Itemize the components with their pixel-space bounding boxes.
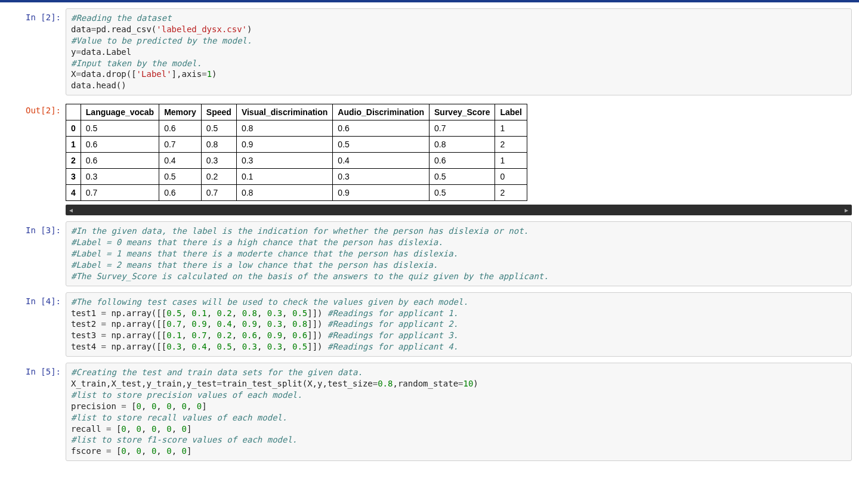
code-text-5: #Creating the test and train data sets f… [71, 367, 846, 457]
cell: 0.3 [81, 169, 159, 185]
cell: 0.3 [333, 169, 430, 185]
cell: 0.5 [81, 120, 159, 137]
cell: 0.7 [159, 137, 202, 153]
cell: 0.5 [430, 185, 495, 201]
row-index: 0 [66, 120, 81, 137]
col-header: Visual_discrimination [236, 104, 332, 120]
cell: 0.9 [333, 185, 430, 201]
cell: 0.8 [201, 137, 236, 153]
dataframe-table: Language_vocab Memory Speed Visual_discr… [66, 104, 527, 201]
cell: 0.8 [430, 137, 495, 153]
row-index: 3 [66, 169, 81, 185]
cell: 0.5 [201, 120, 236, 137]
input-prompt-4: In [4]: [7, 292, 66, 357]
code-text-3: #In the given data, the label is the ind… [71, 225, 846, 282]
col-header: Audio_Discrimination [333, 104, 430, 120]
cell: 0.5 [159, 169, 202, 185]
cell: 2 [495, 185, 527, 201]
cell: 0 [495, 169, 527, 185]
cell: 0.4 [333, 153, 430, 169]
cell: 0.5 [430, 169, 495, 185]
cell: 0.6 [159, 120, 202, 137]
code-cell-3: In [3]: #In the given data, the label is… [7, 221, 852, 286]
scroll-left-icon[interactable]: ◄ [66, 205, 76, 215]
col-header: Memory [159, 104, 202, 120]
cell: 0.6 [81, 153, 159, 169]
cell: 0.5 [333, 137, 430, 153]
col-header: Language_vocab [81, 104, 159, 120]
col-header: Speed [201, 104, 236, 120]
code-text-2: #Reading the dataset data=pd.read_csv('l… [71, 13, 846, 91]
output-cell-2: Out[2]: Language_vocab Memory Speed Visu… [7, 101, 852, 215]
cell: 0.7 [201, 185, 236, 201]
cell: 0.8 [236, 120, 332, 137]
scroll-right-icon[interactable]: ► [841, 205, 852, 215]
row-index: 4 [66, 185, 81, 201]
cell: 0.9 [236, 137, 332, 153]
table-row: 3 0.3 0.5 0.2 0.1 0.3 0.5 0 [66, 169, 527, 185]
dataframe-output: Language_vocab Memory Speed Visual_discr… [66, 101, 852, 215]
row-index: 1 [66, 137, 81, 153]
cell: 2 [495, 137, 527, 153]
code-cell-2: In [2]: #Reading the dataset data=pd.rea… [7, 8, 852, 95]
table-row: 2 0.6 0.4 0.3 0.3 0.4 0.6 1 [66, 153, 527, 169]
cell: 0.7 [430, 120, 495, 137]
table-corner-cell [66, 104, 81, 120]
cell: 0.6 [430, 153, 495, 169]
table-row: 0 0.5 0.6 0.5 0.8 0.6 0.7 1 [66, 120, 527, 137]
input-prompt-3: In [3]: [7, 221, 66, 286]
cell: 0.4 [159, 153, 202, 169]
notebook-container: In [2]: #Reading the dataset data=pd.rea… [0, 2, 859, 491]
code-input-2[interactable]: #Reading the dataset data=pd.read_csv('l… [66, 8, 852, 95]
code-input-3[interactable]: #In the given data, the label is the ind… [66, 221, 852, 286]
code-input-5[interactable]: #Creating the test and train data sets f… [66, 363, 852, 461]
input-prompt-5: In [5]: [7, 363, 66, 461]
horizontal-scrollbar[interactable]: ◄ ► [66, 205, 852, 215]
output-prompt-2: Out[2]: [7, 101, 66, 215]
row-index: 2 [66, 153, 81, 169]
cell: 0.1 [236, 169, 332, 185]
cell: 0.6 [333, 120, 430, 137]
code-cell-4: In [4]: #The following test cases will b… [7, 292, 852, 357]
cell: 0.6 [81, 137, 159, 153]
table-row: 1 0.6 0.7 0.8 0.9 0.5 0.8 2 [66, 137, 527, 153]
code-text-4: #The following test cases will be used t… [71, 296, 846, 353]
cell: 1 [495, 120, 527, 137]
cell: 0.2 [201, 169, 236, 185]
table-row: 4 0.7 0.6 0.7 0.8 0.9 0.5 2 [66, 185, 527, 201]
cell: 0.7 [81, 185, 159, 201]
col-header: Survey_Score [430, 104, 495, 120]
cell: 1 [495, 153, 527, 169]
code-input-4[interactable]: #The following test cases will be used t… [66, 292, 852, 357]
cell: 0.3 [201, 153, 236, 169]
input-prompt-2: In [2]: [7, 8, 66, 95]
col-header: Label [495, 104, 527, 120]
table-header-row: Language_vocab Memory Speed Visual_discr… [66, 104, 527, 120]
cell: 0.6 [159, 185, 202, 201]
cell: 0.3 [236, 153, 332, 169]
code-cell-5: In [5]: #Creating the test and train dat… [7, 363, 852, 461]
cell: 0.8 [236, 185, 332, 201]
